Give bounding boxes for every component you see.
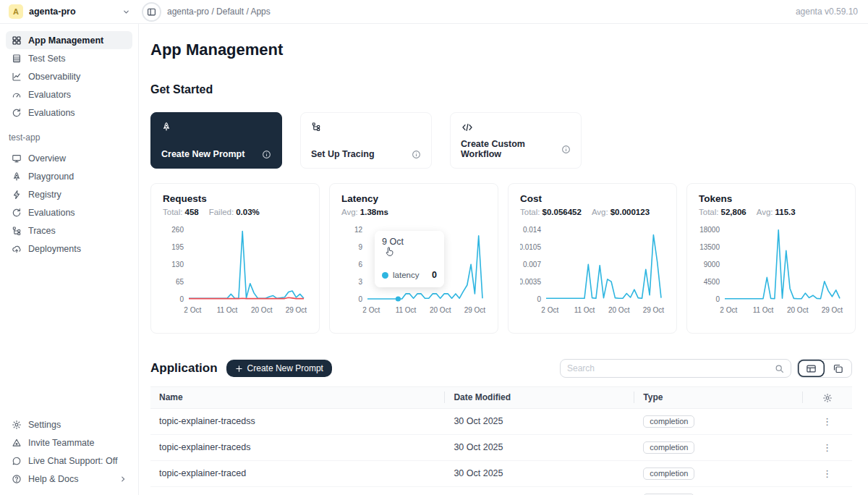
sidebar-item-label: Evaluators: [28, 90, 71, 100]
svg-text:11 Oct: 11 Oct: [217, 306, 238, 314]
workspace-selector[interactable]: A agenta-pro: [0, 4, 139, 19]
sync-icon: [12, 208, 22, 218]
breadcrumb[interactable]: agenta-pro / Default / Apps: [167, 7, 271, 17]
sidebar-item-label: Observability: [28, 72, 80, 82]
table-row[interactable]: topic-explainer-traced30 Oct 2025complet…: [150, 460, 852, 486]
sidebar-toggle-button[interactable]: [142, 2, 161, 22]
date-modified-cell: 30 Oct 2025: [445, 460, 634, 486]
svg-text:65: 65: [176, 278, 184, 286]
chevron-right-icon: [119, 475, 127, 483]
sidebar-item-test-sets[interactable]: Test Sets: [6, 49, 132, 67]
svg-text:29 Oct: 29 Oct: [822, 306, 843, 314]
search-input[interactable]: [567, 363, 775, 373]
sidebar-item-label: Evaluations: [28, 208, 75, 218]
svg-text:0.007: 0.007: [523, 261, 541, 268]
code-icon: [461, 122, 571, 133]
svg-text:0.0105: 0.0105: [520, 243, 541, 251]
app-name-cell[interactable]: career-assessment: [150, 486, 445, 495]
main-content: App Management Get Started Create New Pr…: [140, 24, 868, 495]
sidebar-item-app-management[interactable]: App Management: [6, 31, 132, 49]
sidebar-item-label: Test Sets: [28, 54, 65, 64]
row-menu-button[interactable]: ⋮: [803, 460, 852, 486]
metric-stat: Total:458: [163, 208, 199, 216]
info-icon[interactable]: [262, 150, 271, 159]
type-cell: completion: [634, 434, 803, 460]
row-menu-button[interactable]: ⋮: [803, 486, 852, 495]
sidebar-item-label: Deployments: [28, 244, 81, 254]
svg-text:0: 0: [179, 295, 184, 303]
svg-text:0.014: 0.014: [523, 226, 541, 234]
sidebar-app-nav: OverviewPlaygroundRegistryEvaluationsTra…: [6, 149, 132, 258]
sidebar-item-playground[interactable]: Playground: [6, 167, 132, 185]
card-view-button[interactable]: [825, 360, 851, 377]
table-row[interactable]: topic-explainer-tracedss30 Oct 2025compl…: [150, 408, 852, 434]
table-view-button[interactable]: [798, 360, 825, 377]
chart-latency: 1296302 Oct11 Oct20 Oct29 Oct9 Octlatenc…: [341, 222, 486, 321]
create-new-prompt-card[interactable]: Create New Prompt: [150, 112, 282, 169]
sidebar-item-label: Registry: [28, 190, 61, 200]
sidebar-item-observability[interactable]: Observability: [6, 67, 132, 85]
svg-text:20 Oct: 20 Oct: [608, 306, 630, 314]
svg-text:0: 0: [537, 295, 541, 303]
sidebar-item-deployments[interactable]: Deployments: [6, 240, 132, 258]
chat-icon: [12, 456, 22, 466]
svg-text:20 Oct: 20 Oct: [251, 306, 273, 314]
info-icon[interactable]: [412, 150, 421, 159]
sidebar-item-label: Invite Teammate: [28, 438, 94, 448]
search-icon[interactable]: [775, 364, 784, 373]
cloud-icon: [12, 244, 22, 254]
app-name-cell[interactable]: topic-explainer-traceds: [150, 434, 445, 460]
app-version: agenta v0.59.10: [796, 7, 868, 17]
svg-text:0: 0: [715, 295, 720, 303]
info-icon[interactable]: [561, 145, 571, 154]
table-row[interactable]: topic-explainer-traceds30 Oct 2025comple…: [150, 434, 852, 460]
table-row[interactable]: career-assessment27 Oct 2025completion⋮: [150, 486, 852, 495]
invite-icon: [12, 438, 22, 448]
create-new-prompt-button[interactable]: Create New Prompt: [226, 360, 332, 377]
sidebar-footer-nav: SettingsInvite TeammateLive Chat Support…: [6, 415, 132, 488]
sidebar-item-overview[interactable]: Overview: [6, 149, 132, 167]
svg-text:9: 9: [358, 243, 362, 251]
metric-card-latency: LatencyAvg:1.38ms1296302 Oct11 Oct20 Oct…: [329, 183, 498, 334]
gauge-icon: [12, 90, 22, 100]
sidebar-item-label: Playground: [28, 172, 74, 182]
set-up-tracing-card[interactable]: Set Up Tracing: [300, 112, 432, 169]
svg-text:18000: 18000: [699, 226, 720, 234]
application-title: Application: [150, 361, 218, 376]
sidebar-item-registry[interactable]: Registry: [6, 185, 132, 203]
svg-text:11 Oct: 11 Oct: [574, 306, 595, 314]
svg-text:11 Oct: 11 Oct: [753, 306, 774, 314]
chart-tooltip: 9 Octlatency0: [375, 231, 444, 287]
svg-text:29 Oct: 29 Oct: [643, 306, 665, 314]
type-cell: completion: [634, 486, 803, 495]
rocket-icon: [161, 122, 271, 132]
column-header-name: Name: [150, 387, 445, 409]
sidebar-item-traces[interactable]: Traces: [6, 221, 132, 240]
app-name-cell[interactable]: topic-explainer-tracedss: [150, 408, 445, 434]
create-custom-workflow-card[interactable]: Create Custom Workflow: [450, 112, 582, 169]
sidebar-item-help-docs[interactable]: Help & Docs: [6, 470, 132, 488]
sidebar-item-label: Overview: [28, 153, 66, 164]
tooltip-value: 0: [432, 270, 437, 280]
metric-card-tokens: TokensTotal:52,806Avg:115.31800013500900…: [686, 183, 856, 334]
column-settings-button[interactable]: [803, 387, 852, 409]
chart-icon: [12, 72, 22, 82]
sidebar-item-invite-teammate[interactable]: Invite Teammate: [6, 433, 132, 452]
grid-icon: [12, 35, 22, 46]
row-menu-button[interactable]: ⋮: [803, 434, 852, 460]
svg-text:20 Oct: 20 Oct: [430, 306, 451, 314]
row-menu-button[interactable]: ⋮: [803, 408, 852, 434]
app-name-cell[interactable]: topic-explainer-traced: [150, 460, 445, 486]
svg-text:195: 195: [171, 243, 184, 251]
svg-text:0: 0: [358, 295, 362, 303]
get-started-cards: Create New PromptSet Up TracingCreate Cu…: [150, 112, 852, 169]
sidebar-item-live-chat-support-off[interactable]: Live Chat Support: Off: [6, 452, 132, 470]
table-icon: [12, 54, 22, 64]
sidebar-item-evaluations[interactable]: Evaluations: [6, 103, 132, 122]
sidebar-item-evaluations[interactable]: Evaluations: [6, 203, 132, 221]
sidebar-item-settings[interactable]: Settings: [6, 415, 132, 433]
sidebar-item-evaluators[interactable]: Evaluators: [6, 85, 132, 103]
view-toggle: [797, 359, 852, 378]
tree-icon: [311, 122, 421, 132]
application-header: Application Create New Prompt: [150, 359, 852, 378]
